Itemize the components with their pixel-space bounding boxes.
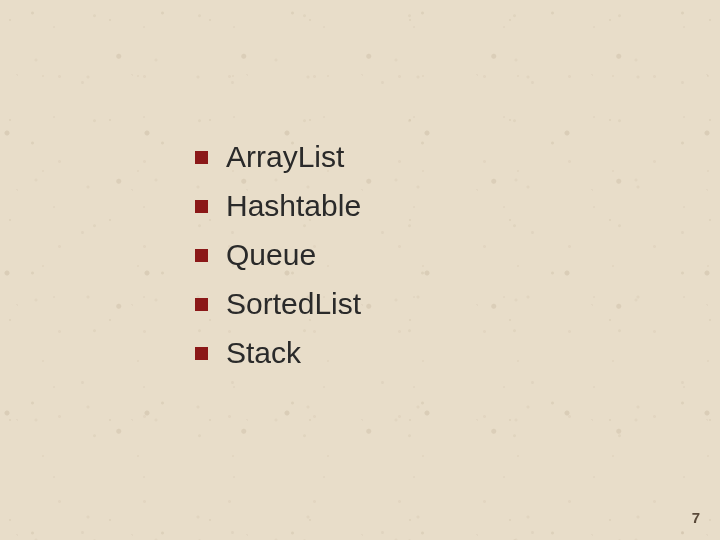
- bullet-square-icon: [195, 151, 208, 164]
- bullet-square-icon: [195, 298, 208, 311]
- bullet-square-icon: [195, 249, 208, 262]
- bullet-text: SortedList: [226, 287, 361, 321]
- bullet-square-icon: [195, 347, 208, 360]
- page-number: 7: [692, 509, 700, 526]
- list-item: SortedList: [195, 287, 361, 321]
- list-item: ArrayList: [195, 140, 361, 174]
- list-item: Stack: [195, 336, 361, 370]
- bullet-text: Hashtable: [226, 189, 361, 223]
- list-item: Queue: [195, 238, 361, 272]
- bullet-text: ArrayList: [226, 140, 344, 174]
- bullet-text: Queue: [226, 238, 316, 272]
- bullet-text: Stack: [226, 336, 301, 370]
- list-item: Hashtable: [195, 189, 361, 223]
- slide-content: ArrayList Hashtable Queue SortedList Sta…: [195, 140, 361, 385]
- bullet-square-icon: [195, 200, 208, 213]
